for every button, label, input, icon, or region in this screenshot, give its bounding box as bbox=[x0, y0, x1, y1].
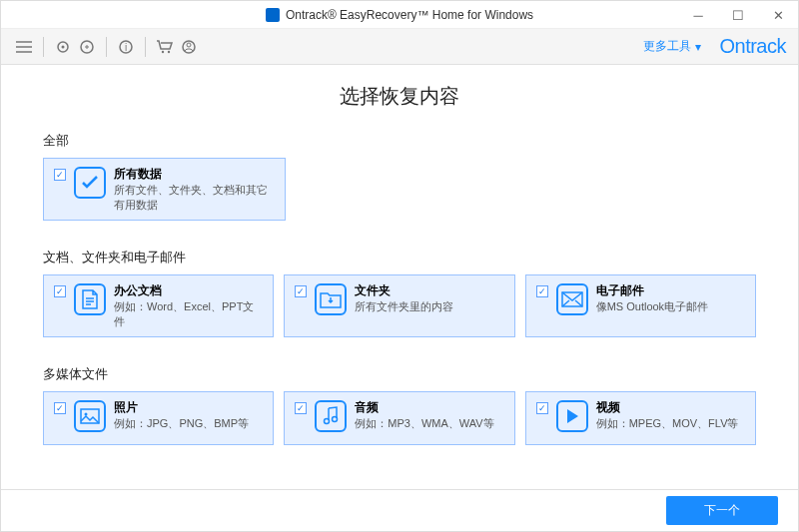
music-note-icon bbox=[315, 400, 347, 432]
card-desc: 例如：MP3、WMA、WAV等 bbox=[355, 416, 503, 430]
section-heading: 文档、文件夹和电子邮件 bbox=[43, 249, 756, 266]
svg-point-8 bbox=[187, 43, 191, 47]
image-icon bbox=[74, 400, 106, 432]
play-icon bbox=[556, 400, 588, 432]
history-icon[interactable] bbox=[76, 36, 98, 58]
gear-icon[interactable] bbox=[52, 36, 74, 58]
check-icon bbox=[74, 167, 106, 199]
section-media: 多媒体文件 ✓ 照片 例如：JPG、PNG、BMP等 ✓ 音频 例如：MP3、W… bbox=[43, 365, 756, 445]
card-title: 办公文档 bbox=[114, 283, 263, 297]
section-all: 全部 ✓ 所有数据 所有文件、文件夹、文档和其它有用数据 bbox=[43, 132, 756, 221]
svg-point-6 bbox=[168, 50, 170, 52]
card-title: 所有数据 bbox=[114, 167, 275, 181]
card-all-data[interactable]: ✓ 所有数据 所有文件、文件夹、文档和其它有用数据 bbox=[43, 158, 286, 221]
card-title: 音频 bbox=[355, 400, 503, 414]
card-title: 电子邮件 bbox=[596, 283, 745, 297]
minimize-button[interactable]: ─ bbox=[678, 1, 718, 29]
checkbox[interactable]: ✓ bbox=[54, 402, 66, 414]
card-desc: 像MS Outlook电子邮件 bbox=[596, 299, 745, 313]
info-icon[interactable]: i bbox=[115, 36, 137, 58]
separator bbox=[43, 37, 44, 57]
svg-point-5 bbox=[162, 50, 164, 52]
titlebar: Ontrack® EasyRecovery™ Home for Windows … bbox=[1, 1, 798, 29]
separator bbox=[106, 37, 107, 57]
checkbox[interactable]: ✓ bbox=[536, 402, 548, 414]
checkbox[interactable]: ✓ bbox=[295, 402, 307, 414]
card-email[interactable]: ✓ 电子邮件 像MS Outlook电子邮件 bbox=[525, 274, 756, 337]
svg-point-12 bbox=[325, 418, 330, 423]
svg-text:i: i bbox=[125, 42, 127, 53]
section-heading: 全部 bbox=[43, 132, 756, 150]
card-title: 照片 bbox=[114, 400, 263, 414]
svg-point-1 bbox=[62, 45, 65, 48]
svg-point-13 bbox=[333, 416, 338, 421]
next-button[interactable]: 下一个 bbox=[666, 496, 778, 525]
card-video[interactable]: ✓ 视频 例如：MPEG、MOV、FLV等 bbox=[525, 391, 756, 445]
page-title: 选择恢复内容 bbox=[1, 83, 798, 110]
document-icon bbox=[74, 283, 106, 315]
cart-icon[interactable] bbox=[154, 36, 176, 58]
card-title: 视频 bbox=[596, 400, 745, 414]
card-audio[interactable]: ✓ 音频 例如：MP3、WMA、WAV等 bbox=[284, 391, 514, 445]
card-desc: 例如：Word、Excel、PPT文件 bbox=[114, 299, 263, 328]
menu-icon[interactable] bbox=[13, 36, 35, 58]
card-desc: 所有文件、文件夹、文档和其它有用数据 bbox=[114, 183, 275, 212]
maximize-button[interactable]: ☐ bbox=[718, 1, 758, 29]
card-title: 文件夹 bbox=[355, 283, 503, 297]
more-tools-label: 更多工具 bbox=[643, 38, 691, 55]
card-office-docs[interactable]: ✓ 办公文档 例如：Word、Excel、PPT文件 bbox=[43, 274, 274, 337]
section-docs: 文档、文件夹和电子邮件 ✓ 办公文档 例如：Word、Excel、PPT文件 ✓… bbox=[43, 249, 756, 337]
card-desc: 例如：MPEG、MOV、FLV等 bbox=[596, 416, 745, 430]
brand-logo: Ontrack bbox=[719, 35, 786, 58]
checkbox[interactable]: ✓ bbox=[295, 285, 307, 297]
window-title: Ontrack® EasyRecovery™ Home for Windows bbox=[286, 8, 533, 22]
checkbox[interactable]: ✓ bbox=[536, 285, 548, 297]
app-icon bbox=[266, 8, 280, 22]
separator bbox=[145, 37, 146, 57]
card-desc: 例如：JPG、PNG、BMP等 bbox=[114, 416, 263, 430]
section-heading: 多媒体文件 bbox=[43, 365, 756, 383]
envelope-icon bbox=[556, 283, 588, 315]
footer: 下一个 bbox=[1, 489, 798, 531]
more-tools-link[interactable]: 更多工具 ▾ bbox=[643, 38, 701, 55]
card-desc: 所有文件夹里的内容 bbox=[355, 299, 503, 313]
chevron-down-icon: ▾ bbox=[695, 40, 701, 54]
user-icon[interactable] bbox=[178, 36, 200, 58]
checkbox[interactable]: ✓ bbox=[54, 285, 66, 297]
toolbar: i 更多工具 ▾ Ontrack bbox=[1, 29, 798, 65]
card-photo[interactable]: ✓ 照片 例如：JPG、PNG、BMP等 bbox=[43, 391, 274, 445]
folder-download-icon bbox=[315, 283, 347, 315]
close-button[interactable]: ✕ bbox=[758, 1, 798, 29]
card-folder[interactable]: ✓ 文件夹 所有文件夹里的内容 bbox=[284, 274, 514, 337]
checkbox[interactable]: ✓ bbox=[54, 169, 66, 181]
